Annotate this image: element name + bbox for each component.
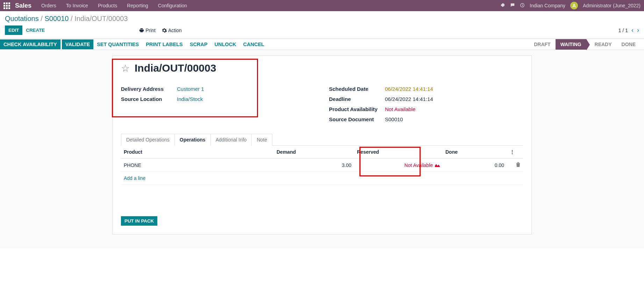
breadcrumb: Quotations / S00010 / India/OUT/00003: [0, 11, 644, 24]
highlight-box-title: [112, 59, 258, 117]
nav-reporting[interactable]: Reporting: [127, 3, 148, 8]
gear-icon: [162, 28, 167, 33]
source-document-value: S00010: [385, 116, 403, 122]
source-document-label: Source Document: [329, 116, 385, 122]
action-label: Action: [168, 28, 182, 33]
status-ready[interactable]: READY: [590, 39, 617, 50]
table-row[interactable]: PHONE 3.00 Not Available 0.00: [121, 159, 523, 172]
product-availability-value: Not Available: [385, 106, 415, 112]
form-sheet: ☆ India/OUT/00003 Delivery Address Custo…: [112, 56, 532, 234]
breadcrumb-root[interactable]: Quotations: [5, 15, 39, 22]
top-navbar: Sales Orders To Invoice Products Reporti…: [0, 0, 644, 11]
th-kebab-icon[interactable]: ⋮: [507, 146, 523, 159]
company-name[interactable]: Indian Company: [530, 3, 565, 8]
nav-orders[interactable]: Orders: [41, 3, 56, 8]
pager-next-icon[interactable]: ›: [637, 27, 639, 34]
create-button[interactable]: CREATE: [22, 26, 48, 35]
bug-icon[interactable]: [500, 3, 505, 9]
avatar[interactable]: A: [570, 2, 578, 9]
statusbar: DRAFT WAITING READY DONE: [529, 39, 644, 50]
print-label: Print: [145, 28, 156, 33]
deadline-value: 06/24/2022 14:41:14: [385, 96, 433, 102]
unlock-button[interactable]: UNLOCK: [211, 39, 239, 49]
print-labels-button[interactable]: PRINT LABELS: [142, 39, 186, 49]
nav-menu: Orders To Invoice Products Reporting Con…: [41, 3, 187, 8]
nav-products[interactable]: Products: [98, 3, 117, 8]
pager-prev-icon[interactable]: ‹: [631, 27, 634, 34]
product-availability-label: Product Availability: [329, 106, 385, 112]
control-panel: Quotations / S00010 / India/OUT/00003 ED…: [0, 11, 644, 39]
status-waiting[interactable]: WAITING: [556, 39, 586, 50]
print-button[interactable]: Print: [139, 28, 156, 33]
add-line-link[interactable]: Add a line: [124, 175, 145, 181]
nav-to-invoice[interactable]: To Invoice: [66, 3, 88, 8]
check-availability-button[interactable]: CHECK AVAILABILITY: [0, 39, 60, 49]
print-icon: [139, 28, 144, 33]
scrap-button[interactable]: SCRAP: [186, 39, 211, 49]
th-product[interactable]: Product: [121, 146, 274, 159]
nav-configuration[interactable]: Configuration: [158, 3, 187, 8]
cancel-button[interactable]: CANCEL: [240, 39, 268, 49]
validate-button[interactable]: VALIDATE: [62, 39, 93, 49]
clock-icon[interactable]: [520, 3, 525, 9]
cell-demand: 3.00: [274, 159, 354, 172]
scheduled-date-label: Scheduled Date: [329, 86, 385, 92]
status-done[interactable]: DONE: [617, 39, 641, 50]
user-menu[interactable]: Administrator (June_2022): [583, 3, 641, 8]
row-delete-icon[interactable]: [507, 159, 523, 172]
put-in-pack-button[interactable]: PUT IN PACK: [121, 216, 157, 226]
deadline-label: Deadline: [329, 96, 385, 102]
cell-done: 0.00: [443, 159, 507, 172]
action-button[interactable]: Action: [162, 28, 182, 33]
statusbar-row: CHECK AVAILABILITY VALIDATE SET QUANTITI…: [0, 39, 644, 50]
pager-value[interactable]: 1 / 1: [618, 28, 628, 33]
tab-operations[interactable]: Operations: [174, 134, 211, 146]
scheduled-date-value: 06/24/2022 14:41:14: [385, 86, 433, 92]
breadcrumb-parent[interactable]: S00010: [44, 15, 69, 22]
operations-table: Product Demand Reserved Done ⋮ PHONE 3.0…: [121, 146, 523, 185]
set-quantities-button[interactable]: SET QUANTITIES: [93, 39, 142, 49]
tabs: Detailed Operations Operations Additiona…: [121, 133, 523, 226]
th-demand[interactable]: Demand: [274, 146, 354, 159]
chat-icon[interactable]: [510, 3, 515, 9]
apps-icon[interactable]: [3, 2, 10, 9]
status-draft[interactable]: DRAFT: [529, 39, 555, 50]
th-done[interactable]: Done: [443, 146, 507, 159]
edit-button[interactable]: EDIT: [5, 26, 22, 35]
tab-additional-info[interactable]: Additional Info: [210, 134, 252, 146]
forecast-icon[interactable]: [435, 163, 440, 167]
app-name[interactable]: Sales: [15, 2, 31, 9]
highlight-box-reserved: [359, 147, 421, 176]
tab-detailed-operations[interactable]: Detailed Operations: [121, 134, 175, 146]
breadcrumb-current: India/OUT/00003: [74, 15, 128, 22]
cell-product: PHONE: [121, 159, 274, 172]
tab-note[interactable]: Note: [251, 134, 272, 146]
